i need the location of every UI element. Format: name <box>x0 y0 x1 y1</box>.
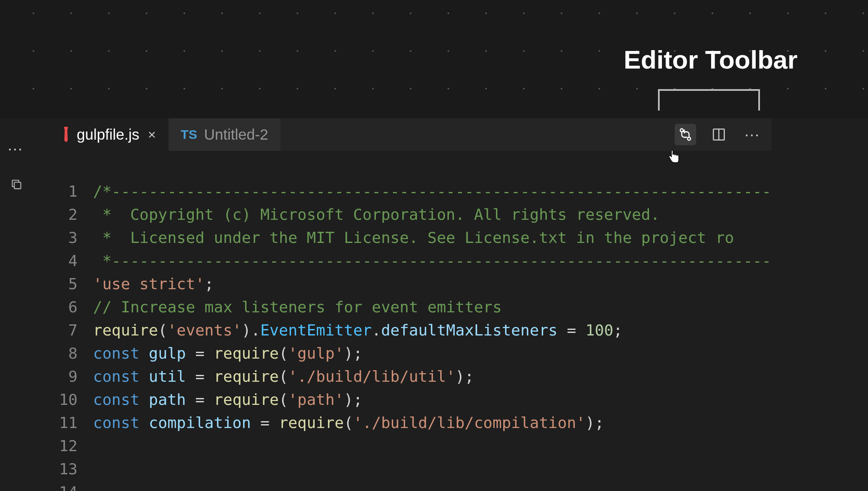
typescript-icon: TS <box>181 127 197 142</box>
gulp-icon <box>62 126 70 143</box>
ellipsis-icon: ··· <box>745 126 760 144</box>
more-actions-button[interactable]: ··· <box>742 124 763 145</box>
pointer-cursor-icon <box>666 149 681 165</box>
close-icon[interactable]: × <box>148 127 156 143</box>
compare-changes-button[interactable] <box>675 124 696 145</box>
code-content[interactable]: /*--------------------------------------… <box>93 180 772 491</box>
editor-body[interactable]: 1234567891011121314 /*------------------… <box>50 167 772 491</box>
activity-bar: ··· <box>0 118 36 491</box>
line-number-gutter: 1234567891011121314 <box>50 180 93 491</box>
callout-bracket <box>658 89 760 111</box>
heading-label: Editor Toolbar <box>624 45 798 75</box>
tab-gulpfile[interactable]: gulpfile.js × <box>50 118 168 151</box>
editor-toolbar: ··· <box>666 118 772 151</box>
tab-label: gulpfile.js <box>77 126 139 143</box>
tab-label: Untitled-2 <box>204 126 268 143</box>
svg-point-3 <box>688 137 691 140</box>
svg-point-2 <box>680 129 683 132</box>
overflow-icon[interactable]: ··· <box>8 140 23 158</box>
split-editor-button[interactable] <box>708 124 730 145</box>
tab-bar: gulpfile.js × TS Untitled-2 <box>50 118 772 151</box>
collapse-icon[interactable] <box>10 178 22 190</box>
svg-rect-1 <box>14 182 21 189</box>
tab-untitled[interactable]: TS Untitled-2 <box>169 118 280 151</box>
